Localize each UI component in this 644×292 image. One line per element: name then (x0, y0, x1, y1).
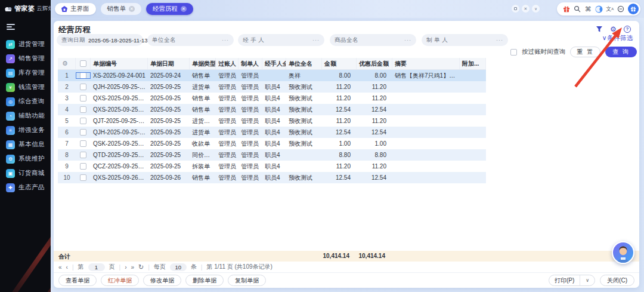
page-number-input[interactable]: 1 (88, 263, 105, 271)
sidebar-item-2[interactable]: ↗销售管理 (0, 51, 51, 66)
translate-icon[interactable]: 文A (606, 5, 614, 13)
cell-maker: 管理员 (239, 151, 262, 159)
cell-poster: 管理员 (216, 94, 239, 103)
tab-sales-order[interactable]: 销售单 ✕ (101, 3, 142, 15)
table-row[interactable]: 4QXS-2025-09-25-0032025-09-25销售单管理员管理员职员… (58, 104, 486, 115)
filter-5[interactable]: 制 单 人··· (422, 34, 508, 46)
sidebar-item-7[interactable]: ≡增强业务 (0, 123, 51, 137)
cell-poster: 管理员 (216, 72, 239, 80)
row-checkbox[interactable] (80, 174, 86, 181)
table-row[interactable]: 5QJT-2025-09-25-0012025-09-25进货退货管理员管理员职… (58, 115, 486, 127)
history-clock-icon[interactable] (617, 5, 625, 13)
row-checkbox[interactable] (80, 106, 86, 113)
search-icon[interactable] (573, 5, 581, 13)
filter-2[interactable]: 单位全名··· (147, 34, 234, 46)
sidebar-item-1[interactable]: ⇄进货管理 (0, 37, 51, 51)
reset-button[interactable]: 重 置 (570, 47, 600, 57)
sidebar-item-5[interactable]: ◎综合查询 (0, 94, 51, 109)
theme-moon-icon[interactable] (595, 5, 603, 13)
cell-amount: 8.00 (322, 72, 357, 79)
command-icon[interactable]: ⌘ (584, 5, 592, 13)
help-icon[interactable]: ? (624, 26, 631, 33)
sidebar-item-8[interactable]: ▦基本信息 (0, 137, 51, 152)
gift-icon[interactable] (562, 5, 570, 13)
table-row[interactable]: 10QXS-2025-09-26-0042025-09-26销售单管理员管理员职… (58, 172, 486, 183)
row-checkbox[interactable] (80, 118, 86, 124)
close-window-icon[interactable]: ✕ (522, 5, 530, 13)
prev-page-icon[interactable]: ‹ (66, 264, 68, 271)
query-button[interactable]: 查 询 (605, 47, 637, 57)
doc-action-button-2[interactable]: 红冲单据 (101, 275, 139, 286)
column-settings-gear-icon[interactable]: ⚙ (58, 58, 76, 69)
sidebar-item-4[interactable]: ¥钱流管理 (0, 80, 51, 94)
close-tab-icon[interactable]: ✕ (129, 6, 135, 12)
next-page-icon[interactable]: › (125, 264, 126, 271)
column-header: 单据编号 (91, 58, 148, 69)
row-checkbox[interactable] (80, 140, 86, 147)
table-row[interactable]: 9QCZ-2025-09-25-0012025-09-25拆装单管理员管理员职员… (58, 161, 486, 172)
doc-action-button-4[interactable]: 删除单据 (185, 275, 224, 286)
sidebar-item-11[interactable]: ✚生态产品 (0, 180, 51, 195)
sidebar-item-3[interactable]: ▤库存管理 (0, 66, 51, 80)
filter-funnel-icon[interactable] (595, 25, 603, 33)
row-checkbox[interactable] (80, 152, 86, 158)
table-row[interactable]: 1XS-2025-09-24-0012025-09-24销售单管理员管理员奥祥8… (58, 70, 486, 81)
row-checkbox-cell (76, 174, 91, 181)
filter-1[interactable]: 查询日期2025-05-18-2025-11-13 (57, 34, 143, 46)
condition-filter-link[interactable]: ∨条件筛选 (602, 34, 633, 42)
doc-action-button-3[interactable]: 修改单据 (143, 275, 181, 286)
settings-gear-icon[interactable]: ⚙ (609, 25, 617, 33)
table-row[interactable]: 3QXS-2025-09-25-0022025-09-25销售单管理员管理员职员… (58, 93, 486, 104)
row-checkbox[interactable] (80, 95, 86, 102)
more-icon[interactable]: ··· (222, 37, 229, 43)
close-tab-icon[interactable]: ✕ (181, 6, 187, 12)
more-icon[interactable]: ··· (312, 37, 320, 43)
cell-poster: 管理员 (216, 151, 239, 159)
close-button[interactable]: 关闭(C) (600, 275, 634, 286)
row-checkbox[interactable] (80, 84, 86, 90)
cell-discounted-amount: 8.80 (357, 152, 392, 158)
sidebar-item-label: 综合查询 (18, 97, 45, 106)
sidebar-item-label: 基本信息 (18, 140, 45, 149)
filter-3[interactable]: 经 手 人··· (238, 34, 324, 46)
basic-info-icon: ▦ (6, 140, 15, 149)
sidebar-item-6[interactable]: ◔辅助功能 (0, 109, 51, 123)
row-checkbox[interactable] (80, 129, 86, 136)
sidebar-item-10[interactable]: ▣订货商城 (0, 166, 51, 180)
collapse-icon[interactable]: ∨ (532, 5, 540, 13)
menu-toggle-icon[interactable] (7, 23, 15, 31)
table-row[interactable]: 7QSK-2025-09-25-0012025-09-25收款单管理员管理员职员… (58, 138, 486, 149)
row-checkbox[interactable] (80, 72, 86, 79)
row-checkbox-cell (76, 129, 91, 136)
gift-promo-icon[interactable] (628, 4, 639, 14)
window-controls: ✕ ∨ (512, 5, 540, 13)
cell-amount: 12.54 (322, 174, 357, 181)
more-icon[interactable]: ··· (496, 37, 503, 43)
tab-main[interactable]: 主界面 (55, 3, 96, 15)
sidebar-item-label: 库存管理 (18, 69, 45, 77)
filter-4[interactable]: 商品全名··· (330, 34, 416, 46)
row-checkbox[interactable] (80, 163, 86, 170)
fullscreen-icon[interactable] (512, 5, 519, 13)
sidebar-item-9[interactable]: ⚙系统维护 (0, 152, 51, 166)
refresh-icon[interactable]: ↻ (138, 263, 144, 271)
posted-time-checkbox[interactable] (510, 49, 517, 56)
cell-amount: 11.20 (322, 163, 357, 170)
tab-business-history[interactable]: 经营历程 ✕ (146, 3, 193, 15)
last-page-icon[interactable]: » (131, 264, 134, 271)
assistant-avatar[interactable] (612, 241, 634, 264)
tab-label: 经营历程 (153, 5, 178, 13)
print-button[interactable]: 打印(P) (549, 275, 580, 285)
more-icon[interactable]: ··· (404, 37, 411, 43)
first-page-icon[interactable]: « (58, 264, 62, 271)
select-all-checkbox[interactable] (80, 60, 86, 67)
doc-action-button-5[interactable]: 复制单据 (228, 275, 266, 286)
table-row[interactable]: 6QJH-2025-09-25-0022025-09-25进货单管理员管理员职员… (58, 127, 486, 138)
table-row[interactable]: 2QJH-2025-09-25-0012025-09-25进货单管理员管理员职员… (58, 81, 486, 93)
row-number: 10 (58, 174, 76, 181)
doc-action-button-1[interactable]: 查看单据 (58, 275, 97, 286)
table-row[interactable]: 8QTD-2025-09-25-0012025-09-25同价调拨管理员管理员职… (58, 149, 486, 161)
print-options-chevron-icon[interactable]: ∨ (580, 275, 595, 285)
row-checkbox-cell (76, 118, 91, 124)
per-page-input[interactable]: 10 (170, 263, 187, 271)
